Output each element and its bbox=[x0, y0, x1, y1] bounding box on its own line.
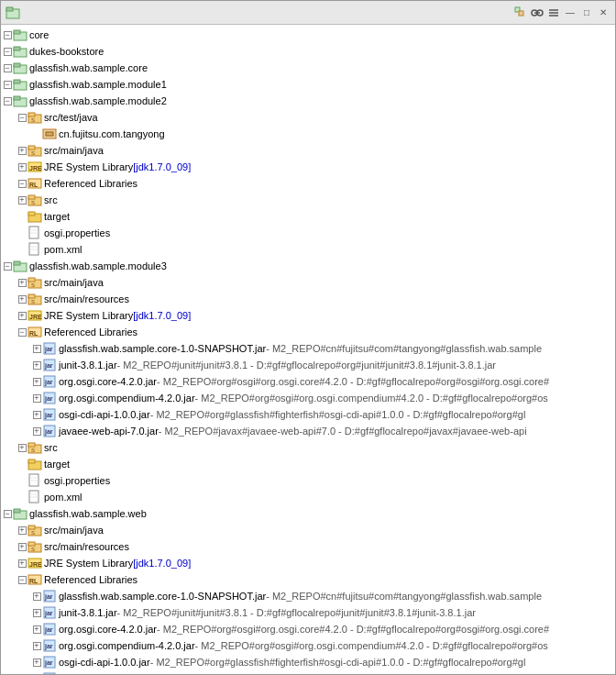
tree-item-jre-m2[interactable]: +JREJRE System Library [jdk1.7.0_09] bbox=[1, 159, 615, 175]
expand-toggle[interactable]: − bbox=[3, 80, 12, 89]
tree-item-jre-m3[interactable]: +JREJRE System Library [jdk1.7.0_09] bbox=[1, 307, 615, 324]
tree-item-jar-cdi-m3[interactable]: +jarosgi-cdi-api-1.0.0.jar - M2_REPO#org… bbox=[1, 406, 615, 423]
expand-toggle[interactable] bbox=[17, 476, 27, 485]
expand-toggle[interactable] bbox=[17, 212, 27, 221]
collapse-icon[interactable]: − bbox=[18, 114, 27, 122]
expand-toggle[interactable]: + bbox=[17, 146, 27, 155]
expand-icon[interactable]: + bbox=[18, 559, 27, 568]
expand-toggle[interactable]: − bbox=[3, 30, 12, 39]
expand-toggle[interactable]: + bbox=[32, 592, 41, 601]
collapse-icon[interactable]: − bbox=[4, 48, 12, 56]
expand-icon[interactable]: + bbox=[18, 444, 27, 452]
expand-icon[interactable]: + bbox=[33, 378, 41, 386]
tree-item-src-m3[interactable]: +Ssrc bbox=[1, 439, 615, 456]
expand-icon[interactable]: + bbox=[33, 658, 41, 667]
tree-item-osgi-m3[interactable]: osgi.properties bbox=[1, 472, 615, 489]
tree-item-dukes-bookstore[interactable]: −dukes-bookstore bbox=[1, 43, 615, 60]
expand-toggle[interactable]: + bbox=[17, 526, 27, 535]
collapse-icon[interactable]: − bbox=[18, 576, 27, 584]
expand-toggle[interactable]: − bbox=[3, 261, 12, 271]
tree-item-pom-m3[interactable]: pom.xml bbox=[1, 489, 615, 505]
expand-toggle[interactable]: + bbox=[32, 641, 41, 650]
tree-item-osgi-m2[interactable]: osgi.properties bbox=[1, 225, 615, 241]
tree-item-src-m2[interactable]: +Ssrc bbox=[1, 192, 615, 208]
tree-item-jre-mw[interactable]: +JREJRE System Library [jdk1.7.0_09] bbox=[1, 555, 615, 571]
expand-icon[interactable]: + bbox=[18, 295, 27, 304]
tree-item-reflib-m2[interactable]: −RLReferenced Libraries bbox=[1, 175, 615, 192]
tree-item-reflib-mw[interactable]: −RLReferenced Libraries bbox=[1, 571, 615, 588]
expand-toggle[interactable]: + bbox=[32, 608, 41, 617]
tree-item-glassfish.wab.sample.module1[interactable]: −glassfish.wab.sample.module1 bbox=[1, 76, 615, 93]
tree-item-src-main-java-mw[interactable]: +Ssrc/main/java bbox=[1, 522, 615, 538]
tree-item-pom-m2[interactable]: pom.xml bbox=[1, 241, 615, 258]
expand-toggle[interactable]: − bbox=[17, 113, 27, 122]
tree-item-src-main-java-m3[interactable]: +Ssrc/main/java bbox=[1, 274, 615, 291]
expand-icon[interactable]: + bbox=[33, 411, 41, 419]
tree-item-jar-junit-m3[interactable]: +jarjunit-3.8.1.jar - M2_REPO#junit#juni… bbox=[1, 357, 615, 373]
expand-toggle[interactable]: − bbox=[3, 96, 12, 105]
sync-icon[interactable] bbox=[513, 6, 528, 20]
expand-icon[interactable]: + bbox=[18, 163, 27, 172]
expand-icon[interactable]: + bbox=[18, 147, 27, 155]
expand-toggle[interactable] bbox=[32, 129, 41, 138]
link-icon[interactable] bbox=[530, 6, 544, 20]
expand-icon[interactable]: + bbox=[18, 196, 27, 205]
expand-toggle[interactable]: − bbox=[3, 63, 12, 72]
tree-item-src-main-resources-m3[interactable]: +Ssrc/main/resources bbox=[1, 291, 615, 307]
expand-toggle[interactable]: + bbox=[17, 195, 27, 205]
expand-toggle[interactable]: + bbox=[17, 311, 27, 320]
tree-item-jar-osgi-compound-m3[interactable]: +jarorg.osgi.compendium-4.2.0.jar - M2_R… bbox=[1, 390, 615, 406]
tree-item-jar-junit-mw[interactable]: +jarjunit-3.8.1.jar - M2_REPO#junit#juni… bbox=[1, 604, 615, 621]
tree-item-target-m2[interactable]: target bbox=[1, 208, 615, 225]
expand-toggle[interactable]: − bbox=[17, 575, 27, 584]
expand-icon[interactable]: + bbox=[18, 312, 27, 320]
tree-item-src-main-resources-mw[interactable]: +Ssrc/main/resources bbox=[1, 538, 615, 555]
collapse-icon[interactable]: − bbox=[4, 510, 12, 518]
expand-toggle[interactable]: + bbox=[32, 625, 41, 634]
maximize-icon[interactable]: □ bbox=[579, 6, 594, 20]
tree-item-jar-cdi-mw[interactable]: +jarosgi-cdi-api-1.0.0.jar - M2_REPO#org… bbox=[1, 654, 615, 670]
minimize-icon[interactable]: — bbox=[563, 6, 578, 20]
expand-toggle[interactable]: + bbox=[17, 542, 27, 551]
tree-item-glassfish.wab.sample.web[interactable]: −glassfish.wab.sample.web bbox=[1, 505, 615, 522]
tree-item-glassfish.wab.sample.module3[interactable]: −glassfish.wab.sample.module3 bbox=[1, 258, 615, 274]
tree-item-jar-javaee-m3[interactable]: +jarjavaee-web-api-7.0.jar - M2_REPO#jav… bbox=[1, 423, 615, 439]
expand-toggle[interactable]: − bbox=[17, 179, 27, 188]
expand-toggle[interactable]: − bbox=[3, 509, 12, 518]
collapse-icon[interactable]: − bbox=[4, 64, 12, 72]
tree-item-jar-osgi-core-m3[interactable]: +jarorg.osgi.core-4.2.0.jar - M2_REPO#or… bbox=[1, 373, 615, 390]
expand-icon[interactable]: + bbox=[33, 361, 41, 370]
expand-icon[interactable]: + bbox=[33, 394, 41, 403]
expand-toggle[interactable]: − bbox=[17, 327, 27, 337]
expand-icon[interactable]: + bbox=[33, 625, 41, 634]
expand-toggle[interactable]: + bbox=[32, 393, 41, 403]
tree-item-jar-osgi-compound-mw[interactable]: +jarorg.osgi.compendium-4.2.0.jar - M2_R… bbox=[1, 637, 615, 654]
collapse-icon[interactable]: − bbox=[18, 328, 27, 337]
expand-icon[interactable]: + bbox=[18, 279, 27, 287]
tree-item-jar-osgi-core-mw[interactable]: +jarorg.osgi.core-4.2.0.jar - M2_REPO#or… bbox=[1, 621, 615, 637]
collapse-icon[interactable]: − bbox=[4, 97, 12, 105]
tree-item-reflib-m3[interactable]: −RLReferenced Libraries bbox=[1, 324, 615, 340]
expand-toggle[interactable]: + bbox=[17, 443, 27, 452]
collapse-icon[interactable]: − bbox=[4, 81, 12, 89]
expand-toggle[interactable]: + bbox=[17, 559, 27, 568]
collapse-icon[interactable]: − bbox=[18, 180, 27, 188]
expand-icon[interactable]: + bbox=[33, 642, 41, 650]
collapse-icon[interactable]: − bbox=[4, 262, 12, 271]
expand-toggle[interactable] bbox=[17, 492, 27, 502]
expand-toggle[interactable] bbox=[17, 228, 27, 238]
expand-toggle[interactable]: + bbox=[32, 377, 41, 386]
expand-toggle[interactable]: + bbox=[32, 426, 41, 436]
tree-view[interactable]: −core−dukes-bookstore−glassfish.wab.samp… bbox=[1, 25, 615, 674]
expand-icon[interactable]: + bbox=[33, 609, 41, 617]
collapse-icon[interactable] bbox=[546, 6, 561, 20]
expand-toggle[interactable]: − bbox=[3, 47, 12, 56]
tree-item-core[interactable]: −core bbox=[1, 27, 615, 43]
tree-item-jar-core-m3[interactable]: +jarglassfish.wab.sample.core-1.0-SNAPSH… bbox=[1, 340, 615, 357]
expand-toggle[interactable]: + bbox=[17, 162, 27, 172]
expand-toggle[interactable] bbox=[17, 245, 27, 254]
expand-toggle[interactable]: + bbox=[32, 344, 41, 353]
expand-icon[interactable]: + bbox=[18, 543, 27, 551]
expand-toggle[interactable]: + bbox=[17, 294, 27, 304]
expand-icon[interactable]: + bbox=[33, 427, 41, 436]
